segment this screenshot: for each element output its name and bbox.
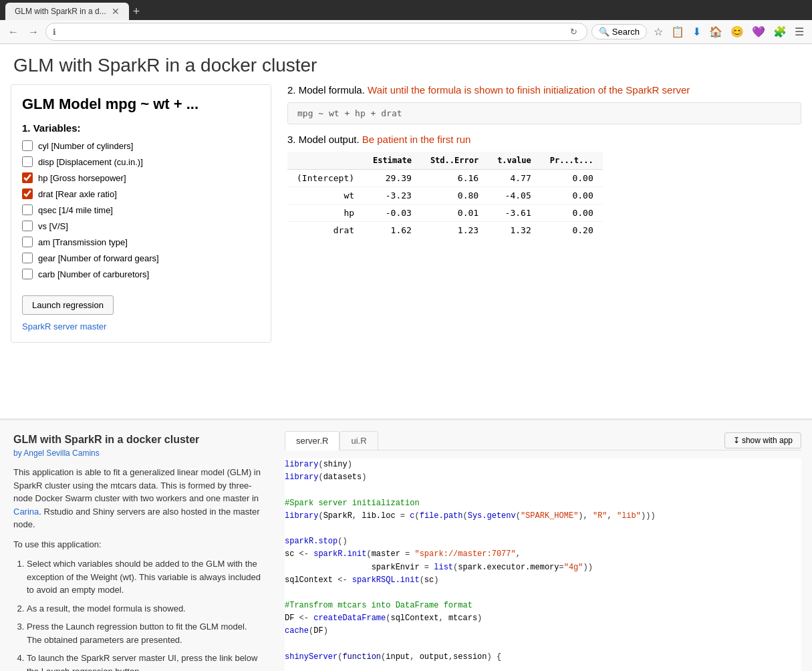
bottom-title: GLM with SparkR in a docker cluster bbox=[13, 434, 261, 446]
checkbox-qsec[interactable] bbox=[22, 205, 33, 215]
bookmark-star-button[interactable]: ☆ bbox=[651, 24, 666, 39]
app-panel: GLM Model mpg ~ wt + ... 1. Variables: c… bbox=[0, 84, 812, 354]
table-cell: 0.20 bbox=[541, 222, 603, 239]
checkbox-label-cyl: cyl [Number of cylinders] bbox=[38, 141, 133, 151]
checkbox-hp[interactable] bbox=[22, 172, 33, 183]
step-2: As a result, the model formula is showed… bbox=[27, 602, 261, 616]
table-cell: drat bbox=[287, 222, 364, 239]
table-header-estimate: Estimate bbox=[364, 152, 421, 170]
page-title: GLM with SparkR in a docker cluster bbox=[0, 44, 812, 84]
checkbox-item-drat[interactable]: drat [Rear axle ratio] bbox=[22, 188, 260, 199]
new-tab-button[interactable]: + bbox=[129, 3, 144, 20]
checkbox-am[interactable] bbox=[22, 237, 33, 247]
table-cell: wt bbox=[287, 187, 364, 205]
tab-ui-r[interactable]: ui.R bbox=[340, 431, 378, 450]
section3-warning: Be patient in the first run bbox=[362, 134, 471, 145]
table-cell: 0.00 bbox=[541, 187, 603, 205]
tab-close-button[interactable]: ✕ bbox=[112, 6, 120, 17]
show-with-app-button[interactable]: ↧ show with app bbox=[724, 432, 801, 448]
bookmark-list-button[interactable]: 📋 bbox=[668, 24, 687, 39]
checkbox-label-gear: gear [Number of forward gears] bbox=[38, 253, 159, 263]
table-cell: 1.32 bbox=[488, 222, 541, 239]
checkbox-item-am[interactable]: am [Transmission type] bbox=[22, 237, 260, 247]
code-tabs: server.R ui.R ↧ show with app bbox=[285, 431, 801, 450]
table-cell: 1.62 bbox=[364, 222, 421, 239]
forward-button[interactable]: → bbox=[25, 25, 41, 39]
checkbox-gear[interactable] bbox=[22, 253, 33, 263]
address-bar[interactable]: ℹ glmsparkrdocker.inbionova.com ↻ bbox=[45, 23, 587, 41]
table-cell: 6.16 bbox=[421, 170, 488, 187]
search-bar[interactable]: 🔍 Search bbox=[591, 24, 647, 39]
download-button[interactable]: ⬇ bbox=[690, 24, 704, 39]
results-table-body: (Intercept)29.396.164.770.00wt-3.230.80-… bbox=[287, 170, 603, 239]
url-input[interactable]: glmsparkrdocker.inbionova.com bbox=[60, 27, 563, 37]
variables-heading: 1. Variables: bbox=[22, 122, 260, 134]
refresh-button[interactable]: ↻ bbox=[567, 25, 580, 38]
checkbox-disp[interactable] bbox=[22, 156, 33, 167]
table-cell: -3.61 bbox=[488, 205, 541, 222]
checkbox-item-disp[interactable]: disp [Displacement (cu.in.)] bbox=[22, 156, 260, 167]
checkbox-item-hp[interactable]: hp [Gross horsepower] bbox=[22, 172, 260, 183]
table-cell: hp bbox=[287, 205, 364, 222]
checkbox-vs[interactable] bbox=[22, 221, 33, 231]
right-panel: 2. Model formula. Wait until the formula… bbox=[271, 84, 801, 343]
table-cell: 4.77 bbox=[488, 170, 541, 187]
table-header-prt: Pr...t... bbox=[541, 152, 603, 170]
table-row: (Intercept)29.396.164.770.00 bbox=[287, 170, 603, 187]
pocket-button[interactable]: 💜 bbox=[749, 24, 768, 39]
tab-title: GLM with SparkR in a d... bbox=[15, 7, 106, 16]
search-icon: 🔍 bbox=[599, 27, 610, 37]
checkbox-label-hp: hp [Gross horsepower] bbox=[38, 173, 126, 183]
checkbox-label-qsec: qsec [1/4 mile time] bbox=[38, 205, 113, 215]
table-cell: 0.00 bbox=[541, 170, 603, 187]
table-cell: 29.39 bbox=[364, 170, 421, 187]
bottom-right-panel: server.R ui.R ↧ show with app library(sh… bbox=[274, 420, 812, 671]
checkbox-item-cyl[interactable]: cyl [Number of cylinders] bbox=[22, 140, 260, 151]
sync-button[interactable]: 😊 bbox=[728, 24, 747, 39]
checkbox-item-gear[interactable]: gear [Number of forward gears] bbox=[22, 253, 260, 263]
results-table: Estimate Std..Error t.value Pr...t... (I… bbox=[287, 152, 603, 239]
checkbox-label-drat: drat [Rear axle ratio] bbox=[38, 189, 117, 199]
checkbox-carb[interactable] bbox=[22, 269, 33, 279]
page-content: GLM with SparkR in a docker cluster GLM … bbox=[0, 44, 812, 418]
checkbox-item-carb[interactable]: carb [Number of carburetors] bbox=[22, 269, 260, 279]
steps-list: Select which variables should be added t… bbox=[13, 557, 261, 671]
browser-toolbar: ☆ 📋 ⬇ 🏠 😊 💜 🧩 ☰ bbox=[651, 24, 807, 39]
checkbox-label-disp: disp [Displacement (cu.in.)] bbox=[38, 157, 143, 167]
browser-tab[interactable]: GLM with SparkR in a d... ✕ bbox=[5, 3, 129, 20]
menu-button[interactable]: ☰ bbox=[792, 24, 807, 39]
checkbox-drat[interactable] bbox=[22, 188, 33, 199]
formula-display: mpg ~ wt + hp + drat bbox=[287, 102, 801, 124]
table-cell: 0.00 bbox=[541, 205, 603, 222]
launch-regression-button[interactable]: Launch regression bbox=[22, 295, 114, 315]
table-row: hp-0.030.01-3.610.00 bbox=[287, 205, 603, 222]
extension-button[interactable]: 🧩 bbox=[771, 24, 789, 39]
table-cell: (Intercept) bbox=[287, 170, 364, 187]
checkbox-label-am: am [Transmission type] bbox=[38, 237, 128, 247]
table-header-row bbox=[287, 152, 364, 170]
checkbox-label-vs: vs [V/S] bbox=[38, 221, 68, 231]
author-credit: by Angel Sevilla Camins bbox=[13, 448, 261, 458]
table-header-tvalue: t.value bbox=[488, 152, 541, 170]
app-description: This application is able to fit a genera… bbox=[13, 466, 261, 531]
tab-bar: GLM with SparkR in a d... ✕ + bbox=[0, 0, 812, 20]
bottom-section: GLM with SparkR in a docker cluster by A… bbox=[0, 418, 812, 671]
bottom-left-panel: GLM with SparkR in a docker cluster by A… bbox=[0, 420, 274, 671]
tab-server-r[interactable]: server.R bbox=[285, 431, 340, 450]
table-cell: 0.01 bbox=[421, 205, 488, 222]
lock-icon: ℹ bbox=[53, 27, 56, 37]
checkbox-item-vs[interactable]: vs [V/S] bbox=[22, 221, 260, 231]
sparkr-server-link[interactable]: SparkR server master bbox=[22, 321, 260, 331]
table-cell: -4.05 bbox=[488, 187, 541, 205]
step-3: Press the Launch regression button to fi… bbox=[27, 620, 261, 646]
back-button[interactable]: ← bbox=[5, 25, 21, 39]
code-display: library(shiny) library(datasets) #Spark … bbox=[285, 458, 801, 671]
search-placeholder: Search bbox=[612, 27, 640, 37]
carina-link[interactable]: Carina bbox=[13, 507, 39, 517]
table-cell: 1.23 bbox=[421, 222, 488, 239]
section3-prefix: 3. Model output. bbox=[287, 134, 360, 145]
checkbox-label-carb: carb [Number of carburetors] bbox=[38, 269, 149, 279]
checkbox-cyl[interactable] bbox=[22, 140, 33, 151]
checkbox-item-qsec[interactable]: qsec [1/4 mile time] bbox=[22, 205, 260, 215]
home-button[interactable]: 🏠 bbox=[706, 24, 725, 39]
